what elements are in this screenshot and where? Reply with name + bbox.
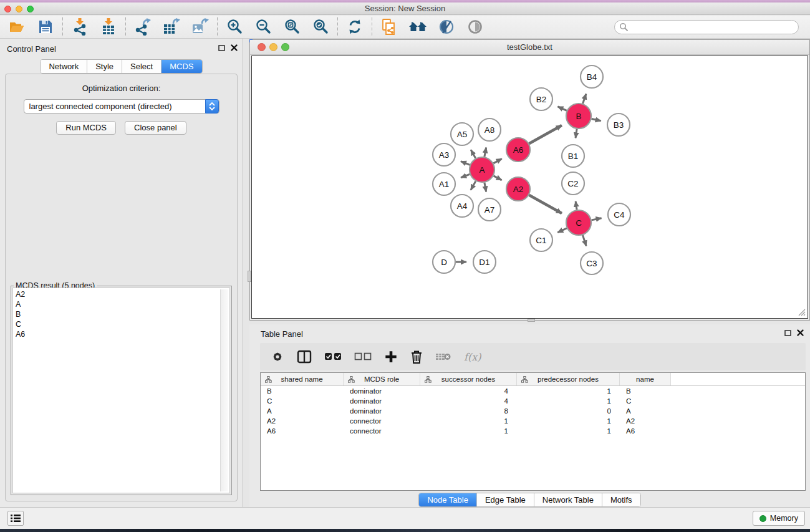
import-network-icon[interactable] [70, 17, 89, 36]
minimize-network-button[interactable] [269, 43, 277, 51]
tab-select[interactable]: Select [122, 60, 162, 73]
cell-mcds-role[interactable]: dominator [344, 387, 420, 395]
save-session-icon[interactable] [36, 17, 55, 36]
network-edge[interactable] [461, 162, 470, 165]
cell-predecessor-nodes[interactable]: 1 [517, 417, 620, 425]
close-panel-icon[interactable] [231, 44, 238, 51]
cell-successor-nodes[interactable]: 4 [420, 387, 517, 395]
maximize-network-button[interactable] [281, 43, 289, 51]
network-node[interactable]: D1 [473, 251, 496, 273]
horizontal-scrollbar-nub[interactable] [528, 319, 535, 322]
resize-grip-icon[interactable] [797, 307, 806, 316]
column-header[interactable]: name [620, 373, 671, 385]
delete-column-icon[interactable] [410, 350, 423, 364]
network-node[interactable]: A3 [433, 143, 455, 166]
network-node[interactable]: B1 [562, 145, 584, 167]
close-panel-icon[interactable] [797, 329, 804, 336]
table-row[interactable]: A6 connector 1 1 A6 [261, 426, 805, 436]
network-edge[interactable] [494, 176, 502, 180]
network-edge[interactable] [576, 201, 577, 210]
network-edge[interactable] [461, 174, 470, 177]
column-header[interactable]: MCDS role [344, 373, 420, 385]
result-item[interactable]: B [16, 309, 229, 319]
cell-successor-nodes[interactable]: 4 [420, 397, 517, 405]
network-node[interactable]: A5 [451, 123, 473, 145]
network-node[interactable]: D [433, 251, 455, 273]
network-node[interactable]: B2 [530, 88, 552, 110]
network-node[interactable]: A [470, 157, 494, 182]
result-item[interactable]: A [16, 299, 229, 309]
clone-network-icon[interactable] [380, 17, 398, 36]
network-edge[interactable] [529, 195, 561, 213]
network-edge[interactable] [592, 218, 602, 220]
cell-shared-name[interactable]: A [261, 407, 344, 415]
export-image-icon[interactable] [191, 17, 210, 36]
criterion-dropdown[interactable]: largest connected component (directed) [24, 99, 219, 114]
deselect-all-icon[interactable] [354, 352, 372, 361]
network-node[interactable]: C [566, 210, 591, 235]
function-builder-icon[interactable]: f(x) [464, 351, 481, 363]
cell-name[interactable]: A [620, 407, 671, 415]
network-node[interactable]: A7 [478, 198, 501, 221]
tab-mcds[interactable]: MCDS [162, 60, 201, 73]
column-header[interactable]: shared name [261, 373, 344, 385]
result-item[interactable]: A2 [16, 289, 229, 299]
cell-shared-name[interactable]: B [261, 387, 344, 395]
cell-predecessor-nodes[interactable]: 0 [517, 407, 620, 415]
maximize-window-button[interactable] [27, 6, 34, 12]
zoom-fit-icon[interactable] [282, 17, 301, 36]
table-row[interactable]: B dominator 4 1 B [261, 386, 805, 396]
delete-table-icon[interactable] [435, 351, 451, 362]
cell-name[interactable]: B [620, 387, 671, 395]
network-edge[interactable] [485, 183, 486, 192]
network-node[interactable]: B [566, 104, 591, 128]
cell-successor-nodes[interactable]: 1 [420, 417, 517, 425]
select-all-icon[interactable] [324, 352, 342, 361]
minimize-window-button[interactable] [16, 6, 22, 12]
zoom-selected-icon[interactable] [311, 17, 330, 36]
vertical-scrollbar-nub[interactable] [248, 271, 251, 282]
task-history-button[interactable] [7, 511, 24, 526]
network-edge[interactable] [493, 158, 501, 163]
tab-edge-table[interactable]: Edge Table [477, 493, 534, 506]
network-edge[interactable] [576, 129, 577, 138]
result-item[interactable]: C [16, 319, 229, 329]
first-neighbors-icon[interactable] [408, 17, 427, 36]
table-row[interactable]: C dominator 4 1 C [261, 396, 805, 406]
add-column-icon[interactable] [384, 350, 398, 364]
cell-shared-name[interactable]: A6 [261, 427, 344, 435]
search-field[interactable] [614, 20, 799, 34]
tab-network-table[interactable]: Network Table [534, 493, 602, 506]
network-edge[interactable] [471, 150, 476, 158]
network-node[interactable]: A4 [451, 195, 473, 217]
network-edge[interactable] [529, 125, 561, 143]
network-node[interactable]: B3 [607, 114, 630, 136]
cell-name[interactable]: A6 [620, 427, 671, 435]
cell-successor-nodes[interactable]: 8 [420, 407, 517, 415]
network-canvas[interactable]: B4B2BB3A5A8A6A3B1AA1C2A2A4A7C4CC1C3DD1 [251, 56, 808, 319]
result-scrollbar[interactable] [220, 289, 228, 491]
cell-predecessor-nodes[interactable]: 1 [517, 387, 620, 395]
network-edge[interactable] [557, 228, 567, 233]
close-window-button[interactable] [4, 6, 11, 12]
close-panel-button[interactable]: Close panel [125, 121, 186, 135]
cell-name[interactable]: C [620, 397, 671, 405]
network-node[interactable]: A6 [506, 138, 530, 162]
memory-button[interactable]: Memory [753, 511, 805, 526]
search-input[interactable] [614, 20, 799, 34]
tab-style[interactable]: Style [87, 60, 122, 73]
network-node[interactable]: B4 [581, 65, 603, 88]
network-node[interactable]: C3 [581, 252, 603, 274]
cell-mcds-role[interactable]: dominator [344, 407, 420, 415]
network-edge[interactable] [485, 148, 486, 157]
network-node[interactable]: A1 [433, 173, 455, 195]
cell-mcds-role[interactable]: connector [344, 417, 420, 425]
refresh-icon[interactable] [345, 17, 364, 36]
network-edge[interactable] [582, 235, 586, 246]
network-node[interactable]: A8 [478, 118, 501, 141]
network-edge[interactable] [592, 118, 601, 120]
zoom-out-icon[interactable] [254, 17, 272, 36]
hide-details-icon[interactable] [437, 17, 456, 36]
network-edge[interactable] [471, 181, 476, 190]
network-window-titlebar[interactable]: testGlobe.txt [250, 40, 809, 55]
